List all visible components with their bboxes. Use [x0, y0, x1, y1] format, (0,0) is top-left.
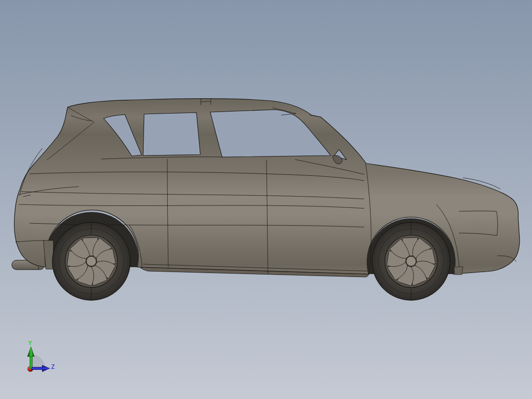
cad-viewport[interactable]: Y Z — [0, 0, 532, 399]
rear-wheel[interactable] — [52, 222, 130, 300]
front-wheel[interactable] — [372, 222, 450, 300]
y-axis-label: Y — [28, 339, 32, 347]
rear-door-window — [143, 113, 200, 156]
car-model[interactable] — [12, 98, 520, 300]
z-axis-label: Z — [51, 363, 55, 370]
orientation-triad[interactable]: Y Z — [28, 339, 55, 372]
front-mudflap — [454, 267, 463, 275]
